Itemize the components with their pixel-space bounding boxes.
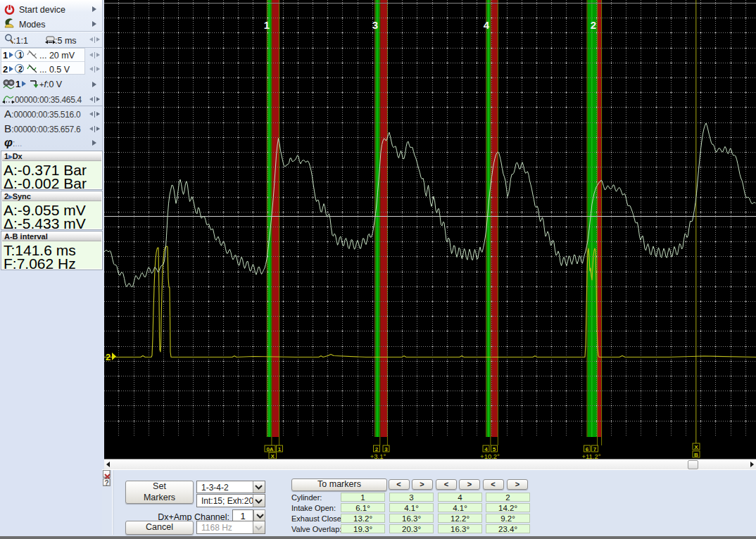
svg-text:1: 1 (264, 19, 270, 31)
svg-text:3: 3 (372, 19, 378, 31)
svg-text:+11.2°: +11.2° (581, 452, 600, 459)
svg-text:4: 4 (484, 446, 488, 452)
svg-text:5: 5 (493, 446, 496, 452)
svg-text:4: 4 (484, 19, 490, 31)
svg-text:+3.1°: +3.1° (370, 452, 386, 459)
svg-text:X: X (694, 444, 698, 450)
svg-text:3: 3 (384, 446, 388, 452)
svg-text:2: 2 (375, 446, 379, 452)
svg-text:7: 7 (593, 446, 597, 452)
svg-text:X: X (271, 453, 275, 459)
svg-text:0A: 0A (266, 446, 273, 452)
svg-text:B: B (694, 452, 698, 458)
svg-text:1: 1 (278, 446, 282, 452)
svg-text:6: 6 (586, 446, 589, 452)
svg-text:2: 2 (106, 352, 111, 362)
svg-text:+10.2°: +10.2° (480, 452, 500, 459)
svg-text:2: 2 (591, 19, 596, 31)
